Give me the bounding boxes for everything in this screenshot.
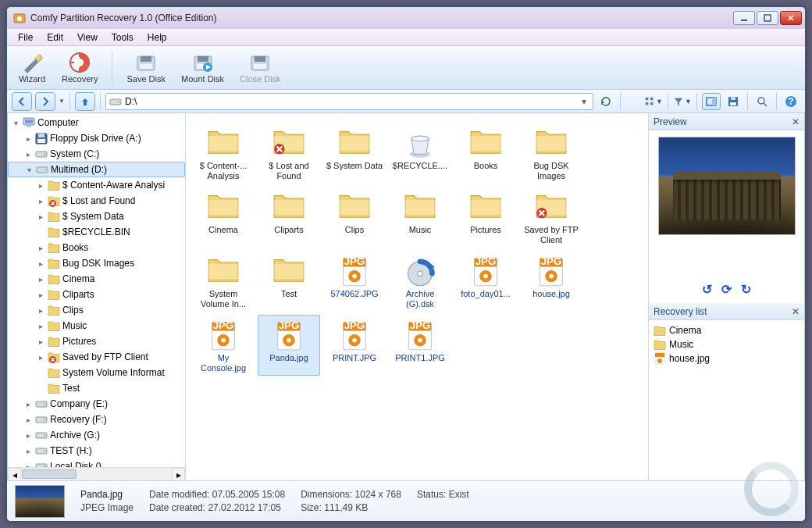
- tree-item[interactable]: Test: [8, 380, 185, 396]
- expand-icon[interactable]: ▸: [23, 134, 33, 143]
- expand-icon[interactable]: ▸: [36, 322, 45, 330]
- address-dropdown-icon[interactable]: ▾: [579, 96, 589, 107]
- expand-icon[interactable]: ▾: [24, 166, 34, 174]
- expand-icon[interactable]: ▸: [36, 212, 45, 221]
- file-item[interactable]: $ Lost and Found: [258, 123, 320, 184]
- titlebar[interactable]: Comfy Partition Recovery 1.0 (Office Edi…: [7, 7, 805, 29]
- tree-item[interactable]: ▸Clips: [8, 302, 185, 318]
- rotate-cw-icon[interactable]: ↻: [741, 282, 751, 297]
- expand-icon[interactable]: ▸: [23, 150, 33, 159]
- file-item[interactable]: Cinema: [192, 187, 255, 248]
- file-item[interactable]: My Console.jpg: [192, 315, 255, 376]
- tree-item[interactable]: ▾Computer: [8, 115, 185, 130]
- recovery-item[interactable]: Music: [654, 337, 800, 351]
- file-item[interactable]: Panda.jpg: [258, 315, 320, 376]
- file-item[interactable]: Bug DSK Images: [520, 123, 582, 184]
- tree-item[interactable]: ▸$ Content-Aware Analysi: [8, 177, 185, 193]
- tree-item[interactable]: ▸Bug DSK Images: [8, 255, 185, 271]
- expand-icon[interactable]: ▸: [36, 353, 45, 362]
- back-button[interactable]: [12, 92, 32, 111]
- tree-item[interactable]: ▸Books: [8, 240, 185, 255]
- recovery-close-icon[interactable]: ✕: [792, 306, 800, 317]
- expand-icon[interactable]: ▸: [36, 197, 45, 205]
- tree-item[interactable]: ▸Music: [8, 318, 185, 334]
- menu-help[interactable]: Help: [141, 30, 173, 45]
- expand-icon[interactable]: ▸: [36, 244, 45, 252]
- maximize-button[interactable]: [757, 11, 778, 25]
- file-item[interactable]: Cliparts: [258, 187, 320, 248]
- file-item[interactable]: $RECYCLE....: [389, 123, 451, 184]
- tree-item[interactable]: ▸Cinema: [8, 271, 185, 287]
- recovery-item[interactable]: house.jpg: [654, 351, 800, 366]
- menu-tools[interactable]: Tools: [105, 30, 140, 45]
- expand-icon[interactable]: ▸: [36, 181, 45, 190]
- file-item[interactable]: Music: [389, 187, 451, 248]
- tree-item[interactable]: ▸Saved by FTP Client: [8, 349, 185, 365]
- tree-item[interactable]: ▾Multimed (D:): [8, 162, 185, 177]
- tree-item[interactable]: ▸Company (E:): [8, 396, 185, 412]
- tree-item[interactable]: ▸Pictures: [8, 334, 185, 349]
- expand-icon[interactable]: ▸: [36, 306, 45, 315]
- expand-icon[interactable]: ▸: [36, 259, 45, 268]
- menu-view[interactable]: View: [71, 30, 104, 45]
- up-button[interactable]: [75, 92, 95, 111]
- view-mode-button[interactable]: ▼: [644, 93, 663, 110]
- recovery-button[interactable]: Recovery: [55, 48, 104, 88]
- file-item[interactable]: 574062.JPG: [323, 251, 386, 312]
- file-pane[interactable]: $ Content-... Analysis$ Lost and Found$ …: [186, 113, 648, 480]
- recovery-item[interactable]: Cinema: [654, 323, 800, 337]
- expand-icon[interactable]: ▸: [36, 291, 45, 299]
- expand-icon[interactable]: ▸: [23, 416, 33, 424]
- expand-icon[interactable]: ▸: [23, 431, 33, 440]
- menu-file[interactable]: File: [12, 30, 39, 45]
- tree-hscrollbar[interactable]: ◂▸: [8, 467, 185, 480]
- expand-icon[interactable]: ▸: [36, 337, 45, 346]
- wizard-button[interactable]: Wizard: [12, 48, 52, 88]
- tree-item[interactable]: ▸Recovery (F:): [8, 412, 185, 427]
- save-button[interactable]: [724, 93, 743, 110]
- tree-item[interactable]: ▸Cliparts: [8, 287, 185, 302]
- menu-edit[interactable]: Edit: [41, 30, 69, 45]
- file-item[interactable]: System Volume In...: [192, 251, 255, 312]
- expand-icon[interactable]: ▾: [11, 119, 20, 127]
- file-item[interactable]: $ System Data: [323, 123, 386, 184]
- tree-item[interactable]: $RECYCLE.BIN: [8, 224, 185, 240]
- tree-item[interactable]: ▸$ Lost and Found: [8, 193, 185, 209]
- tree-item[interactable]: ▸Local Disk 0: [8, 458, 185, 467]
- file-item[interactable]: Books: [454, 123, 517, 184]
- preview-close-icon[interactable]: ✕: [792, 116, 800, 127]
- rotate-ccw-icon[interactable]: ↺: [702, 282, 712, 297]
- forward-button[interactable]: [35, 92, 55, 111]
- tree-item[interactable]: System Volume Informat: [8, 365, 185, 380]
- file-item[interactable]: PRINT1.JPG: [389, 315, 451, 376]
- file-item[interactable]: Saved by FTP Client: [520, 187, 582, 248]
- expand-icon[interactable]: ▸: [23, 400, 33, 408]
- expand-icon[interactable]: ▸: [23, 447, 33, 455]
- refresh-icon[interactable]: ⟳: [721, 282, 732, 297]
- search-button[interactable]: [753, 93, 771, 110]
- mountdisk-button[interactable]: Mount Disk: [175, 48, 230, 88]
- savedisk-button[interactable]: Save Disk: [120, 48, 172, 88]
- file-item[interactable]: Archive (G).dsk: [389, 251, 451, 312]
- tree-item[interactable]: ▸Archive (G:): [8, 427, 185, 443]
- file-item[interactable]: foto_day01...: [454, 251, 517, 312]
- file-item[interactable]: Clips: [323, 187, 386, 248]
- help-button[interactable]: ?: [782, 93, 800, 110]
- file-item[interactable]: $ Content-... Analysis: [192, 123, 255, 184]
- file-item[interactable]: PRINT.JPG: [323, 315, 386, 376]
- tree-item[interactable]: ▸$ System Data: [8, 209, 185, 224]
- tree-item[interactable]: ▸Floppy Disk Drive (A:): [8, 130, 185, 146]
- expand-icon[interactable]: ▸: [36, 275, 45, 284]
- refresh-button[interactable]: [597, 93, 615, 110]
- preview-toggle-button[interactable]: [702, 93, 721, 110]
- file-item[interactable]: house.jpg: [520, 251, 582, 312]
- minimize-button[interactable]: [733, 11, 755, 25]
- address-bar[interactable]: ▾: [105, 93, 593, 110]
- tree-item[interactable]: ▸TEST (H:): [8, 443, 185, 458]
- filter-button[interactable]: ▼: [673, 93, 692, 110]
- recovery-list[interactable]: CinemaMusichouse.jpg: [649, 320, 804, 480]
- file-item[interactable]: Pictures: [454, 187, 517, 248]
- tree-item[interactable]: ▸System (C:): [8, 146, 185, 162]
- file-item[interactable]: Test: [258, 251, 320, 312]
- address-input[interactable]: [125, 96, 579, 107]
